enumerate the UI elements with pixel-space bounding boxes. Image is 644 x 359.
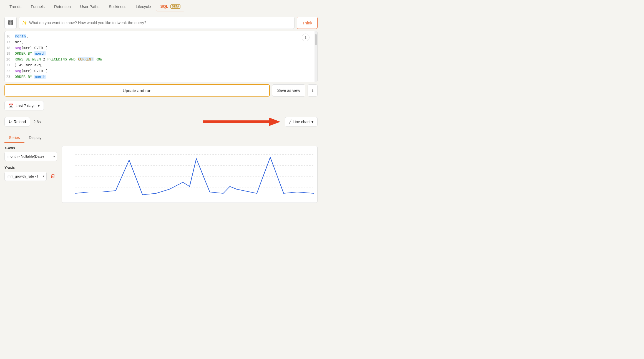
trash-icon	[50, 174, 55, 179]
update-run-button[interactable]: Update and run	[4, 84, 270, 97]
x-axis-select-wrapper: month - Nullable(Date) ▾	[4, 152, 57, 161]
code-info-button[interactable]: ℹ	[302, 34, 310, 41]
code-line-18: 18 avg(mrr) OVER (	[5, 45, 317, 51]
code-line-23: 23 ORDER BY month	[5, 74, 317, 80]
y-axis-label: Y-axis	[4, 165, 57, 170]
nav-funnels[interactable]: Funnels	[27, 2, 49, 11]
x-axis-group: X-axis month - Nullable(Date) ▾	[4, 146, 57, 161]
main-content: ✨ Think 16 month, 17 mrr,	[0, 13, 322, 206]
save-view-button[interactable]: Save as view	[272, 84, 305, 97]
nav-user-paths[interactable]: User Paths	[76, 2, 103, 11]
nav-stickiness[interactable]: Stickiness	[105, 2, 130, 11]
y-axis-select[interactable]: mrr_growth_rate - Float64	[4, 172, 47, 181]
red-arrow	[203, 115, 280, 129]
code-line-20: 20 ROWS BETWEEN 2 PRECEDING AND CURRENT …	[5, 57, 317, 62]
nav-bar: Trends Funnels Retention User Paths Stic…	[0, 0, 322, 13]
line-chart-svg	[62, 146, 317, 202]
arrow-annotation	[203, 115, 280, 129]
code-editor: 16 month, 17 mrr, 18 avg(mrr) OVER (	[4, 31, 318, 82]
query-input[interactable]	[19, 17, 295, 29]
tab-display[interactable]: Display	[24, 133, 46, 143]
query-area: ✨ Think	[4, 17, 318, 29]
nav-sql[interactable]: SQL BETA	[157, 2, 185, 11]
chart-type-label: Line chart	[293, 120, 310, 124]
svg-point-0	[8, 20, 13, 22]
code-line-17: 17 mrr,	[5, 39, 317, 45]
action-info-button[interactable]: ℹ	[308, 84, 318, 97]
bottom-layout: X-axis month - Nullable(Date) ▾ Y-axis m…	[4, 146, 318, 203]
chart-area	[62, 146, 318, 203]
x-axis-select[interactable]: month - Nullable(Date)	[4, 152, 57, 161]
think-button[interactable]: Think	[297, 17, 318, 29]
nav-trends[interactable]: Trends	[6, 2, 25, 11]
reload-label: Reload	[14, 120, 26, 124]
y-axis-row: mrr_growth_rate - Float64 ▾	[4, 171, 57, 181]
reload-left: ↻ Reload 2.6s	[4, 117, 41, 127]
date-filter-row: 📅 Last 7 days ▾	[4, 101, 318, 110]
tab-series[interactable]: Series	[4, 133, 24, 143]
calendar-icon: 📅	[9, 103, 13, 108]
reload-button[interactable]: ↻ Reload	[4, 117, 30, 127]
reload-icon: ↻	[9, 120, 12, 124]
chevron-down-icon2: ▾	[311, 120, 313, 124]
scrollbar-thumb[interactable]	[315, 34, 317, 45]
code-line-22: 22 avg(mrr) OVER (	[5, 68, 317, 74]
code-line-21: 21 ) AS mrr_avg,	[5, 62, 317, 68]
query-input-wrapper: ✨	[19, 17, 295, 29]
delete-y-axis-button[interactable]	[48, 171, 57, 181]
database-icon-button[interactable]	[4, 17, 17, 29]
chart-type-button[interactable]: ╱ Line chart ▾	[285, 117, 318, 127]
y-axis-group: Y-axis mrr_growth_rate - Float64 ▾	[4, 165, 57, 181]
code-line-16: 16 month,	[5, 34, 317, 39]
y-axis-select-wrapper: mrr_growth_rate - Float64 ▾	[4, 172, 47, 181]
scrollbar-track[interactable]	[315, 31, 317, 82]
svg-marker-1	[203, 118, 280, 126]
x-axis-label: X-axis	[4, 146, 57, 150]
code-line-19: 19 ORDER BY month	[5, 51, 317, 57]
line-chart-icon: ╱	[289, 120, 291, 124]
nav-retention[interactable]: Retention	[50, 2, 75, 11]
magic-wand-icon: ✨	[22, 20, 27, 26]
date-range-label: Last 7 days	[16, 103, 36, 108]
date-range-button[interactable]: 📅 Last 7 days ▾	[4, 101, 44, 110]
code-lines: 16 month, 17 mrr, 18 avg(mrr) OVER (	[5, 31, 317, 82]
database-icon	[7, 20, 14, 26]
series-tabs: Series Display	[4, 133, 318, 143]
reload-row: ↻ Reload 2.6s ╱ Line chart ▾	[4, 115, 318, 129]
reload-time: 2.6s	[33, 120, 41, 124]
beta-badge: BETA	[170, 4, 180, 9]
chevron-down-icon: ▾	[38, 103, 40, 108]
right-controls: ╱ Line chart ▾	[203, 115, 318, 129]
left-panel: X-axis month - Nullable(Date) ▾ Y-axis m…	[4, 146, 57, 203]
action-bar: Update and run Save as view ℹ	[4, 84, 318, 97]
nav-lifecycle[interactable]: Lifecycle	[132, 2, 155, 11]
